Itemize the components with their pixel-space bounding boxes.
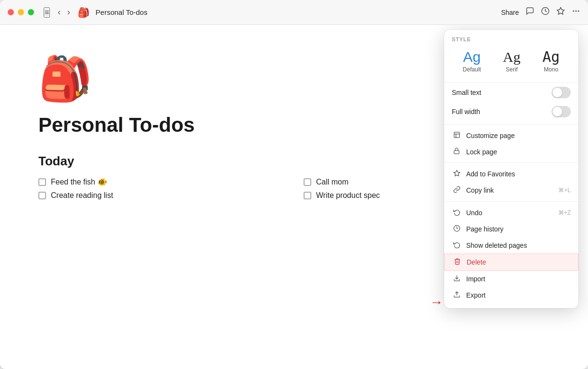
undo-text: Undo xyxy=(466,209,482,217)
checkbox-feed-fish[interactable] xyxy=(38,178,46,186)
more-options-button[interactable] xyxy=(572,7,580,18)
app-window: ≡ ‹ › 🎒 Personal To-dos Share xyxy=(0,0,588,369)
import-item[interactable]: Import xyxy=(444,271,578,287)
minimize-button[interactable] xyxy=(18,9,24,15)
style-serif-letter: Ag xyxy=(503,50,521,64)
undo-shortcut: ⌘+Z xyxy=(558,209,571,216)
copy-link-shortcut: ⌘+L xyxy=(558,187,571,194)
titlebar-right: Share xyxy=(501,7,580,18)
style-mono-letter: Ag xyxy=(542,50,560,64)
todo-text: Write product spec xyxy=(316,191,380,200)
share-button[interactable]: Share xyxy=(501,9,519,16)
todo-text: Create reading list xyxy=(51,191,113,200)
svg-rect-5 xyxy=(454,132,459,138)
style-options: Ag Default Ag Serif Ag Mono xyxy=(444,47,578,83)
lock-page-item[interactable]: Lock page xyxy=(444,144,578,160)
style-serif[interactable]: Ag Serif xyxy=(496,47,528,76)
page-icon: 🎒 xyxy=(78,7,90,18)
customize-page-item[interactable]: Customize page xyxy=(444,127,578,144)
export-text: Export xyxy=(466,291,485,299)
svg-point-3 xyxy=(576,11,577,12)
divider-2 xyxy=(444,162,578,163)
export-icon xyxy=(452,291,461,300)
dropdown-menu: STYLE Ag Default Ag Serif Ag Mono Small … xyxy=(444,30,578,308)
delete-icon xyxy=(452,258,462,266)
divider-1 xyxy=(444,124,578,125)
svg-marker-1 xyxy=(557,8,564,14)
style-mono[interactable]: Ag Mono xyxy=(536,47,566,76)
add-to-favorites-item[interactable]: Add to Favorites xyxy=(444,166,578,182)
checkbox-reading-list[interactable] xyxy=(38,192,46,199)
style-section-label: STYLE xyxy=(444,36,578,47)
copy-link-icon xyxy=(452,186,461,195)
page-history-text: Page history xyxy=(466,225,504,233)
svg-marker-9 xyxy=(454,170,460,176)
undo-item[interactable]: Undo ⌘+Z xyxy=(444,205,578,221)
comment-button[interactable] xyxy=(526,7,534,18)
full-width-toggle-row: Full width xyxy=(444,102,578,121)
todo-text: Feed the fish 🐠 xyxy=(51,177,107,186)
traffic-lights xyxy=(8,9,34,15)
lock-page-icon xyxy=(452,148,461,156)
add-to-favorites-text: Add to Favorites xyxy=(466,170,515,178)
show-deleted-item[interactable]: Show deleted pages xyxy=(444,237,578,254)
show-deleted-icon xyxy=(452,241,461,250)
page-history-item[interactable]: Page history xyxy=(444,221,578,237)
titlebar-page-title: Personal To-dos xyxy=(95,8,147,16)
close-button[interactable] xyxy=(8,9,14,15)
forward-button[interactable]: › xyxy=(65,6,72,18)
small-text-toggle[interactable] xyxy=(552,87,571,98)
small-text-toggle-row: Small text xyxy=(444,83,578,102)
undo-icon xyxy=(452,208,461,217)
style-default-label: Default xyxy=(463,66,481,73)
customize-page-text: Customize page xyxy=(466,132,515,139)
nav-buttons: ‹ › xyxy=(56,6,72,18)
todo-text: Call mom xyxy=(316,178,349,186)
svg-point-2 xyxy=(573,11,574,12)
delete-item[interactable]: Delete xyxy=(444,254,578,271)
checkbox-product-spec[interactable] xyxy=(304,192,311,199)
style-mono-label: Mono xyxy=(544,66,558,73)
copy-link-item[interactable]: Copy link ⌘+L xyxy=(444,182,578,198)
todo-item: Feed the fish 🐠 xyxy=(38,177,284,186)
delete-text: Delete xyxy=(467,258,486,266)
svg-rect-8 xyxy=(454,150,459,153)
svg-point-4 xyxy=(578,11,579,12)
full-width-toggle[interactable] xyxy=(552,106,571,117)
history-button[interactable] xyxy=(541,7,550,18)
show-deleted-text: Show deleted pages xyxy=(466,242,527,249)
page-history-icon xyxy=(452,225,461,233)
favorites-icon xyxy=(452,170,461,178)
red-arrow: → xyxy=(430,295,443,310)
todo-item: Create reading list xyxy=(38,191,284,200)
back-button[interactable]: ‹ xyxy=(56,6,62,18)
favorites-button[interactable] xyxy=(556,7,565,18)
import-text: Import xyxy=(466,275,485,283)
customize-page-icon xyxy=(452,131,461,140)
style-serif-label: Serif xyxy=(506,66,518,73)
content-area: 🎒 Personal To-dos Today Feed the fish 🐠 … xyxy=(0,25,588,369)
small-text-label: Small text xyxy=(452,89,481,96)
style-default[interactable]: Ag Default xyxy=(456,47,488,76)
lock-page-text: Lock page xyxy=(466,148,497,156)
style-default-letter: Ag xyxy=(463,50,481,64)
divider-3 xyxy=(444,201,578,202)
export-item[interactable]: Export xyxy=(444,287,578,303)
checkbox-call-mom[interactable] xyxy=(304,178,311,186)
full-width-label: Full width xyxy=(452,108,480,115)
sidebar-toggle-button[interactable]: ≡ xyxy=(44,7,50,18)
import-icon xyxy=(452,275,461,283)
titlebar: ≡ ‹ › 🎒 Personal To-dos Share xyxy=(0,0,588,25)
fullscreen-button[interactable] xyxy=(28,9,34,15)
copy-link-text: Copy link xyxy=(466,186,494,194)
